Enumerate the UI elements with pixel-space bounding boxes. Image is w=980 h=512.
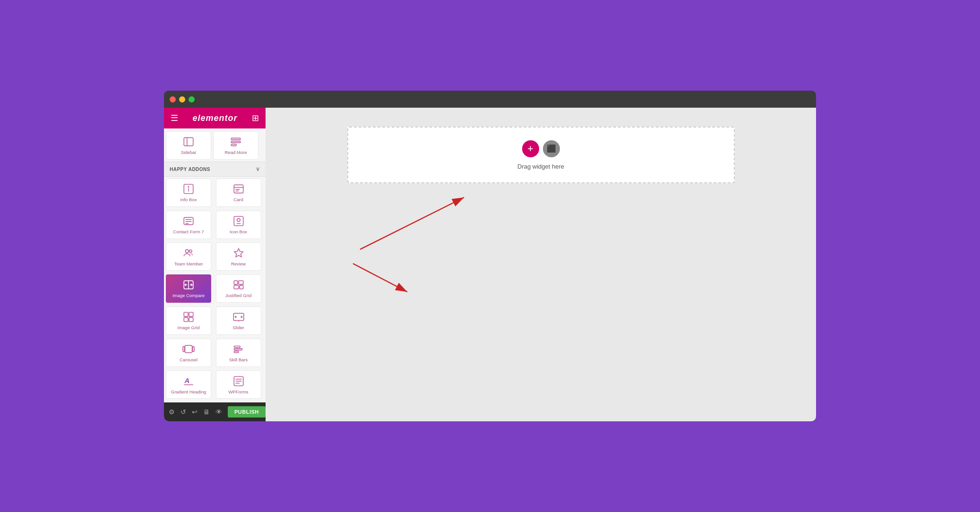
svg-point-34 [236, 321, 237, 322]
review-icon [232, 247, 245, 259]
widget-item-contact-form-7[interactable]: Contact Form 7 [166, 211, 211, 239]
undo-icon[interactable]: ↩ [192, 408, 198, 416]
skill-bars-icon [232, 343, 245, 355]
browser-window: ☰ elementor ⊞ Sidebar [164, 91, 816, 421]
icon-box-icon [232, 215, 245, 227]
dot-yellow[interactable] [179, 96, 185, 102]
svg-point-19 [186, 249, 189, 253]
toolbar-right: PUBLISH ▲ [228, 406, 266, 418]
widget-item-icon-box[interactable]: Icon Box [216, 211, 261, 239]
widget-item-info-box[interactable]: Info Box [166, 179, 211, 207]
browser-titlebar [164, 91, 816, 108]
canvas-handle-button[interactable]: ⬛ [543, 140, 560, 157]
widget-item-slider[interactable]: Slider [216, 307, 261, 335]
icon-box-label: Icon Box [230, 229, 247, 234]
svg-rect-8 [234, 185, 243, 193]
eye-icon[interactable]: 👁 [215, 408, 222, 416]
widget-grid: Info Box Card [164, 177, 266, 402]
svg-rect-30 [184, 317, 188, 322]
elementor-logo: elementor [192, 113, 237, 123]
canvas-action-buttons: + ⬛ [522, 140, 560, 157]
carousel-label: Carousel [180, 357, 198, 362]
slider-icon [232, 311, 245, 323]
sidebar-icon [182, 136, 195, 148]
gradient-heading-icon: A [182, 375, 195, 387]
svg-rect-29 [189, 312, 193, 316]
sidebar-header: ☰ elementor ⊞ [164, 108, 266, 128]
team-member-label: Team Member [174, 261, 203, 266]
widget-item-read-more[interactable]: Read More [213, 131, 258, 160]
section-collapse-arrow[interactable]: ∨ [256, 166, 260, 172]
card-label: Card [233, 197, 243, 202]
info-box-icon [182, 183, 195, 195]
svg-rect-3 [231, 141, 241, 143]
grid-icon[interactable]: ⊞ [252, 113, 259, 123]
svg-rect-27 [240, 286, 243, 290]
widget-item-carousel[interactable]: Carousel [166, 339, 211, 367]
read-more-icon [230, 136, 242, 148]
wpforms-icon [232, 375, 245, 387]
drag-widget-label: Drag widget here [517, 163, 564, 170]
cf7-label: Contact Form 7 [173, 229, 204, 234]
widget-item-justified-grid[interactable]: Justified Grid [216, 274, 261, 303]
preview-icon[interactable]: 🖥 [203, 408, 210, 416]
svg-rect-16 [234, 216, 243, 226]
widget-item-image-compare[interactable]: Image Compare [166, 274, 211, 303]
browser-content: ☰ elementor ⊞ Sidebar [164, 108, 816, 421]
widget-item-skill-bars[interactable]: Skill Bars [216, 339, 261, 367]
widget-item-card[interactable]: Card [216, 179, 261, 207]
image-grid-label: Image Grid [178, 325, 200, 330]
svg-point-6 [188, 186, 189, 188]
dot-green[interactable] [189, 96, 195, 102]
happy-addons-label: HAPPY ADDONS [170, 167, 210, 172]
justified-grid-icon [232, 279, 245, 291]
svg-rect-0 [184, 138, 193, 146]
widget-item-review[interactable]: Review [216, 242, 261, 271]
svg-marker-21 [234, 248, 242, 257]
svg-rect-36 [185, 345, 192, 352]
publish-button[interactable]: PUBLISH [228, 406, 266, 418]
read-more-label: Read More [225, 150, 247, 155]
svg-line-50 [353, 264, 407, 292]
svg-rect-24 [234, 281, 238, 285]
happy-addons-section-header: HAPPY ADDONS ∨ [164, 162, 266, 177]
svg-line-49 [360, 197, 464, 249]
svg-point-35 [240, 321, 241, 322]
svg-rect-25 [239, 281, 243, 285]
gradient-heading-label: Gradient Heading [171, 389, 206, 394]
review-label: Review [231, 261, 246, 266]
team-member-icon [182, 247, 195, 259]
wpforms-label: WPForms [228, 389, 248, 394]
justified-grid-label: Justified Grid [225, 293, 251, 298]
svg-point-17 [237, 219, 240, 222]
widget-item-team-member[interactable]: Team Member [166, 242, 211, 271]
widget-item-image-grid[interactable]: Image Grid [166, 307, 211, 335]
history-icon[interactable]: ↺ [181, 408, 186, 416]
info-box-label: Info Box [181, 197, 197, 202]
image-compare-label: Image Compare [172, 293, 205, 298]
card-icon [232, 183, 245, 195]
svg-rect-39 [234, 346, 240, 347]
svg-rect-26 [234, 286, 239, 290]
sidebar-label: Sidebar [181, 150, 197, 155]
cf7-icon [182, 215, 195, 227]
svg-rect-31 [189, 317, 193, 322]
widget-item-gradient-heading[interactable]: A Gradient Heading [166, 370, 211, 399]
settings-icon[interactable]: ⚙ [169, 408, 175, 416]
image-compare-icon [182, 279, 195, 291]
widget-item-sidebar[interactable]: Sidebar [166, 131, 211, 160]
carousel-icon [182, 343, 195, 355]
dot-red[interactable] [170, 96, 176, 102]
svg-rect-2 [231, 138, 241, 140]
widget-item-wpforms[interactable]: WPForms [216, 370, 261, 399]
canvas-drop-area[interactable]: + ⬛ Drag widget here [347, 127, 735, 183]
top-widgets-section: Sidebar Read More [164, 128, 266, 162]
svg-point-33 [238, 321, 239, 322]
svg-point-20 [189, 250, 192, 252]
hamburger-icon[interactable]: ☰ [171, 113, 178, 123]
canvas-add-button[interactable]: + [522, 140, 539, 157]
sidebar-toolbar: ⚙ ↺ ↩ 🖥 👁 PUBLISH ▲ [164, 402, 266, 421]
slider-label: Slider [232, 325, 244, 330]
main-canvas: + ⬛ Drag widget here [266, 108, 816, 421]
sidebar-header-icons: ⊞ [252, 113, 259, 123]
